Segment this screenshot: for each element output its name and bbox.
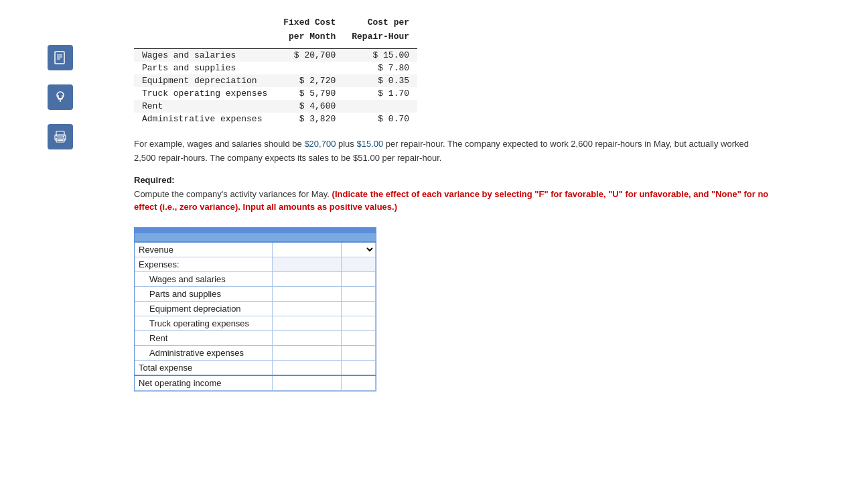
cost-row-label: Truck operating expenses: [134, 87, 275, 100]
av-table-row[interactable]: Administrative expenses: [135, 345, 376, 360]
av-row-label: Rent: [135, 330, 272, 345]
av-company-name: [135, 228, 376, 233]
av-dropdown-cell[interactable]: [341, 375, 375, 391]
av-row-label: Total expense: [135, 360, 272, 375]
cost-table-row: Administrative expenses $ 3,820 $ 0.70: [134, 113, 417, 125]
av-table-row[interactable]: Rent: [135, 330, 376, 345]
av-input-cell[interactable]: [272, 345, 341, 360]
av-table-row[interactable]: Parts and supplies: [135, 286, 376, 301]
av-amount-input[interactable]: [273, 346, 341, 360]
cost-row-variable: $ 15.00: [344, 49, 417, 62]
svg-rect-9: [56, 131, 64, 136]
av-dropdown-cell[interactable]: [341, 286, 375, 301]
col-variable-header: Cost per: [344, 16, 417, 30]
av-amount-input[interactable]: [273, 302, 341, 316]
description-paragraph: For example, wages and salaries should b…: [134, 137, 770, 166]
av-dropdown-input[interactable]: [342, 376, 375, 390]
cost-table-row: Equipment depreciation $ 2,720 $ 0.35: [134, 74, 417, 87]
description-text: For example, wages and salaries should b…: [134, 139, 749, 163]
av-input-cell[interactable]: [272, 360, 341, 375]
av-input-cell[interactable]: [272, 286, 341, 301]
av-dropdown-input[interactable]: [342, 302, 375, 316]
av-amount-input[interactable]: [273, 316, 341, 330]
cost-row-label: Equipment depreciation: [134, 74, 275, 87]
av-amount-input[interactable]: [273, 287, 341, 301]
required-instructions: Compute the company's activity variances…: [134, 188, 770, 214]
av-dropdown-input[interactable]: [342, 287, 375, 301]
av-amount-input[interactable]: [273, 331, 341, 345]
left-sidebar: [0, 7, 121, 393]
cost-table-row: Wages and salaries $ 20,700 $ 15.00: [134, 49, 417, 62]
av-amount-input[interactable]: [273, 243, 341, 257]
av-row-label: Parts and supplies: [135, 286, 272, 301]
av-input-cell[interactable]: [272, 271, 341, 286]
col-fixed-subheader: per Month: [275, 30, 344, 44]
av-input-cell[interactable]: [272, 330, 341, 345]
svg-rect-0: [55, 52, 64, 64]
av-row-label: Revenue: [135, 242, 272, 257]
cost-row-fixed: [275, 62, 344, 74]
av-dropdown-cell[interactable]: [341, 316, 375, 330]
cost-table-row: Parts and supplies $ 7.80: [134, 62, 417, 74]
print-icon: [48, 124, 73, 149]
cost-row-label: Wages and salaries: [134, 49, 275, 62]
av-dropdown-cell[interactable]: [341, 360, 375, 375]
hint-icon: [48, 84, 73, 110]
cost-row-fixed: $ 3,820: [275, 113, 344, 125]
av-input-empty: [272, 257, 341, 271]
av-amount-input[interactable]: [273, 376, 341, 390]
required-bold-instruction: (Indicate the effect of each variance by…: [134, 189, 768, 212]
svg-rect-12: [58, 139, 63, 141]
av-row-label: Wages and salaries: [135, 271, 272, 286]
av-dropdown-cell[interactable]: [341, 271, 375, 286]
svg-point-13: [63, 136, 64, 137]
av-input-cell[interactable]: [272, 375, 341, 391]
cost-data-table: Fixed Cost Cost per per Month Repair-Hou…: [134, 16, 417, 125]
cost-row-label: Rent: [134, 100, 275, 113]
required-label: Required:: [134, 175, 855, 185]
cost-row-variable: $ 7.80: [344, 62, 417, 74]
av-table-row[interactable]: Truck operating expenses: [135, 316, 376, 330]
cost-row-label: Parts and supplies: [134, 62, 275, 74]
hint-button[interactable]: [48, 84, 73, 112]
av-table-row[interactable]: Net operating income: [135, 375, 376, 391]
av-table-row[interactable]: Revenue FUNone: [135, 242, 376, 257]
av-input-cell[interactable]: [272, 301, 341, 316]
av-table-row[interactable]: Equipment depreciation: [135, 301, 376, 316]
av-table: Revenue FUNone Expenses: Wages and salar…: [135, 241, 376, 391]
av-dropdown-input[interactable]: [342, 361, 375, 375]
av-dropdown-input[interactable]: [342, 331, 375, 345]
av-amount-input[interactable]: [273, 272, 341, 286]
cost-row-variable: $ 0.70: [344, 113, 417, 125]
av-row-label: Expenses:: [135, 257, 272, 271]
cost-row-fixed: $ 20,700: [275, 49, 344, 62]
av-dropdown-cell[interactable]: FUNone: [341, 242, 375, 257]
av-amount-input[interactable]: [273, 361, 341, 375]
av-dropdown-empty: [341, 257, 375, 271]
av-table-row: Expenses:: [135, 257, 376, 271]
av-input-cell[interactable]: [272, 316, 341, 330]
cost-row-fixed: $ 2,720: [275, 74, 344, 87]
cost-table-row: Rent $ 4,600: [134, 100, 417, 113]
av-table-row[interactable]: Total expense: [135, 360, 376, 375]
cost-row-variable: $ 0.35: [344, 74, 417, 87]
cost-row-fixed: $ 5,790: [275, 87, 344, 100]
cost-row-variable: $ 1.70: [344, 87, 417, 100]
av-dropdown-input[interactable]: [342, 316, 375, 330]
col-variable-subheader: Repair-Hour: [344, 30, 417, 44]
av-dropdown-cell[interactable]: [341, 345, 375, 360]
av-row-label: Net operating income: [135, 375, 272, 391]
print-button[interactable]: [48, 124, 73, 151]
av-dropdown-input[interactable]: [342, 346, 375, 360]
av-dropdown-cell[interactable]: [341, 301, 375, 316]
activity-variances-wrapper: Revenue FUNone Expenses: Wages and salar…: [134, 227, 376, 391]
av-input-cell[interactable]: [272, 242, 341, 257]
av-table-row[interactable]: Wages and salaries: [135, 271, 376, 286]
av-row-label: Equipment depreciation: [135, 301, 272, 316]
av-row-label: Truck operating expenses: [135, 316, 272, 330]
av-dropdown-cell[interactable]: [341, 330, 375, 345]
av-dropdown[interactable]: FUNone: [342, 243, 375, 257]
av-dropdown-input[interactable]: [342, 272, 375, 286]
ebook-button[interactable]: [48, 45, 73, 72]
cost-row-label: Administrative expenses: [134, 113, 275, 125]
